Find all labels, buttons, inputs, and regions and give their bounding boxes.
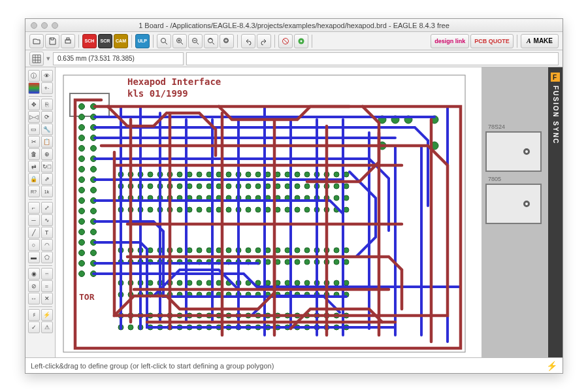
wire-tool[interactable]: ╱	[28, 227, 40, 238]
arc-tool[interactable]: ◠	[41, 239, 53, 251]
svg-point-19	[79, 167, 85, 172]
via-tool[interactable]: ◉	[28, 268, 40, 280]
ratsnest-tool[interactable]: ✕	[41, 293, 53, 304]
info-tool[interactable]: ⓘ	[28, 70, 40, 82]
redo-button[interactable]	[257, 34, 271, 48]
off-board-area: 78S24 7805 F FUSION SYNC	[482, 67, 563, 357]
pcb-layout	[56, 67, 482, 357]
make-button[interactable]: A MAKE	[521, 34, 559, 48]
fusion-sync-panel[interactable]: F FUSION SYNC	[548, 67, 563, 357]
auto-tool[interactable]: ♯	[28, 309, 40, 321]
replace-tool[interactable]: ↻□	[41, 161, 53, 172]
svg-rect-7	[225, 39, 227, 42]
layers-tool[interactable]	[28, 82, 40, 94]
svg-point-26	[79, 240, 85, 246]
pinswap-tool[interactable]: ⇄	[28, 161, 40, 172]
change-tool[interactable]: 🔧	[41, 123, 53, 135]
mirror-tool[interactable]: ▷◁	[28, 111, 40, 123]
errors-tool[interactable]: ⚠	[41, 321, 53, 333]
svg-rect-0	[65, 40, 71, 43]
zoom-redraw-button[interactable]	[204, 34, 218, 48]
route-tool[interactable]: ─	[28, 214, 40, 226]
lock-tool[interactable]: 🔒	[28, 173, 40, 185]
smash-tool[interactable]: ⇗	[41, 173, 53, 185]
svg-point-22	[79, 198, 85, 204]
svg-point-53	[344, 195, 349, 201]
signal-tool[interactable]: ⎓	[41, 268, 53, 280]
svg-point-17	[79, 146, 85, 152]
polygon-tool[interactable]: ⬠	[41, 252, 53, 263]
hole-tool[interactable]: ⊘	[28, 280, 40, 292]
svg-rect-1	[67, 38, 69, 40]
cut-tool[interactable]: ✂	[28, 136, 40, 148]
group-tool[interactable]: ▭	[28, 123, 40, 135]
delete-tool[interactable]: 🗑	[28, 148, 40, 160]
show-tool[interactable]: 👁	[41, 70, 53, 82]
open-button[interactable]	[29, 34, 44, 48]
rect-tool[interactable]: ▬	[28, 252, 40, 263]
miter-tool[interactable]: ⌐	[28, 202, 40, 214]
svg-point-23	[79, 208, 85, 214]
move-tool[interactable]: ✥	[28, 99, 40, 110]
paste-tool[interactable]: 📋	[41, 136, 53, 148]
silkscreen-author: kls 01/1999	[127, 88, 188, 99]
svg-point-24	[79, 219, 85, 225]
script-button[interactable]: SCR	[98, 34, 112, 48]
svg-point-20	[79, 177, 85, 183]
save-button[interactable]	[45, 34, 59, 48]
svg-point-13	[79, 104, 85, 110]
ripup-tool[interactable]: ∿	[41, 214, 53, 226]
cam-button[interactable]: CAM	[114, 34, 128, 48]
tool-palette: ⓘ👁 +· ✥⎘ ▷◁⟳ ▭🔧 ✂📋 🗑⊕ ⇄↻□ 🔒⇗ R?1k ⌐⤢ ─∿ …	[25, 67, 56, 357]
svg-point-28	[79, 261, 85, 267]
component-label: 7805	[488, 176, 501, 182]
svg-point-18	[79, 156, 85, 162]
drc-tool[interactable]: ✓	[28, 321, 40, 333]
text-tool[interactable]: T	[41, 227, 53, 238]
zoom-fit-button[interactable]	[157, 34, 171, 48]
cancel-button[interactable]	[278, 34, 293, 48]
autodesk-icon: A	[527, 37, 531, 44]
split-tool[interactable]: ⤢	[41, 202, 53, 214]
status-hint: Left-click&drag to define group (or left…	[31, 362, 274, 370]
fusion-sync-label: FUSION SYNC	[552, 86, 559, 144]
svg-point-16	[79, 135, 85, 141]
dimension-tool[interactable]: ↔	[28, 293, 40, 304]
svg-point-14	[79, 114, 85, 120]
erc-tool[interactable]: ⚡	[41, 309, 53, 321]
status-bar: Left-click&drag to define group (or left…	[25, 357, 563, 373]
circle-tool[interactable]: ○	[28, 239, 40, 251]
design-link-button[interactable]: design link	[431, 34, 469, 48]
minimize-window-button[interactable]	[41, 22, 48, 29]
svg-point-21	[79, 188, 85, 193]
zoom-select-button[interactable]	[220, 34, 234, 48]
ulp-button[interactable]: ULP	[135, 34, 150, 48]
close-window-button[interactable]	[31, 22, 37, 29]
component-regulator-2[interactable]: 7805	[485, 184, 542, 224]
command-input[interactable]	[186, 52, 559, 65]
fusion-sync-icon: F	[551, 73, 560, 82]
zoom-in-button[interactable]	[172, 34, 187, 48]
mark-tool[interactable]: +·	[41, 82, 53, 94]
undo-button[interactable]	[241, 34, 255, 48]
zoom-out-button[interactable]	[188, 34, 203, 48]
pcb-quote-button[interactable]: PCB QUOTE	[470, 34, 514, 48]
power-icon: ⚡	[546, 361, 557, 371]
silkscreen-ref-tor: TOR	[79, 292, 94, 302]
titlebar: 1 Board - /Applications/EAGLE-8.4.3/proj…	[25, 19, 563, 32]
print-button[interactable]	[61, 34, 75, 48]
schematic-button[interactable]: SCH	[82, 34, 97, 48]
board-canvas[interactable]: Hexapod Interface kls 01/1999 TOR	[56, 67, 482, 357]
zoom-window-button[interactable]	[52, 22, 58, 29]
component-regulator-1[interactable]: 78S24	[485, 131, 542, 172]
name-tool[interactable]: R?	[28, 186, 40, 197]
make-label: MAKE	[534, 37, 553, 44]
copy-tool[interactable]: ⎘	[41, 99, 53, 110]
grid-button[interactable]	[29, 52, 44, 66]
attribute-tool[interactable]: =	[41, 280, 53, 292]
rotate-tool[interactable]: ⟳	[41, 111, 53, 123]
value-tool[interactable]: 1k	[41, 186, 53, 197]
go-button[interactable]	[294, 34, 308, 48]
svg-point-2	[161, 38, 166, 42]
add-tool[interactable]: ⊕	[41, 148, 53, 160]
